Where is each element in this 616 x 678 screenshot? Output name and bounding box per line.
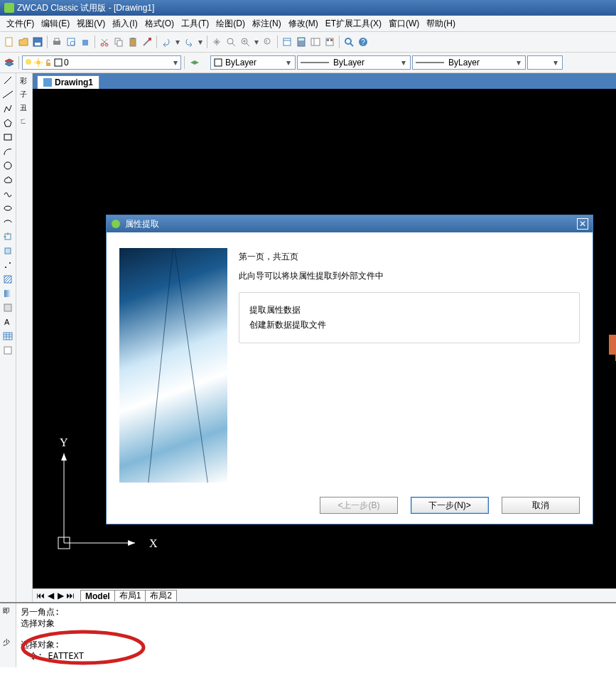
print-icon[interactable] — [50, 36, 63, 48]
layer-manager-icon[interactable] — [3, 56, 16, 69]
save-icon[interactable] — [31, 36, 44, 48]
publish-icon[interactable] — [79, 36, 92, 48]
mtext-icon[interactable]: A — [2, 316, 13, 328]
wizard-option-create: 创建新数据提取文件 — [249, 319, 569, 331]
wipeout-icon[interactable] — [2, 345, 13, 356]
arc-icon[interactable] — [2, 146, 13, 157]
insert-block-icon[interactable] — [2, 231, 13, 242]
command-area: 即 少 另一角点: 选择对象 选择对象: 命令: EATTEXT — [0, 602, 616, 667]
menu-view[interactable]: 视图(V) — [73, 16, 109, 31]
linetype-dropdown-icon[interactable]: ▾ — [400, 58, 407, 68]
modify-icon-3[interactable]: 丑 — [18, 102, 30, 113]
layer-combo[interactable]: 0 ▾ — [22, 55, 181, 70]
find-icon[interactable] — [342, 36, 355, 48]
calc-icon[interactable] — [295, 36, 308, 48]
linetype-combo[interactable]: ByLayer ▾ — [297, 55, 411, 70]
help-icon[interactable]: ? — [357, 36, 369, 48]
redo-dropdown[interactable]: ▾ — [197, 37, 204, 47]
color-combo[interactable]: ByLayer ▾ — [210, 55, 296, 70]
menu-window[interactable]: 窗口(W) — [385, 16, 423, 31]
close-icon[interactable]: ✕ — [577, 218, 588, 230]
svg-text:即: 即 — [3, 607, 10, 615]
svg-line-41 — [4, 77, 11, 84]
tab-prev-icon[interactable]: ◀ — [45, 591, 55, 601]
circle-icon[interactable] — [2, 160, 13, 171]
menu-insert[interactable]: 插入(I) — [109, 16, 141, 31]
properties-icon[interactable] — [281, 36, 293, 48]
zoom-dropdown[interactable]: ▾ — [253, 37, 260, 47]
cancel-button[interactable]: 取消 — [502, 497, 580, 514]
layer-dropdown-icon[interactable]: ▾ — [172, 58, 179, 68]
plotstyle-dropdown-icon[interactable]: ▾ — [552, 58, 559, 68]
redo-icon[interactable] — [183, 36, 195, 48]
menu-modify[interactable]: 修改(M) — [285, 16, 322, 31]
copy-icon[interactable] — [112, 36, 125, 48]
ellipse-icon[interactable] — [2, 203, 13, 214]
menu-edit[interactable]: 编辑(E) — [38, 16, 73, 31]
zoom-rt-icon[interactable] — [225, 36, 237, 48]
modify-icon-4[interactable]: ㄈ — [18, 115, 30, 127]
make-block-icon[interactable] — [2, 245, 13, 257]
design-center-icon[interactable] — [309, 36, 322, 48]
cut-icon[interactable] — [98, 36, 111, 48]
color-dropdown-icon[interactable]: ▾ — [285, 58, 292, 68]
command-line[interactable]: 另一角点: 选择对象 选择对象: 命令: EATTEXT — [16, 603, 616, 667]
next-button[interactable]: 下一步(N)> — [411, 497, 489, 514]
document-tab[interactable]: Drawing1 — [37, 75, 99, 89]
menu-help[interactable]: 帮助(H) — [423, 16, 459, 31]
zoom-win-icon[interactable] — [239, 36, 252, 48]
back-button: <上一步(B) — [320, 497, 398, 514]
lineweight-dropdown-icon[interactable]: ▾ — [515, 58, 522, 68]
tab-layout1[interactable]: 布局1 — [114, 590, 146, 601]
app-title: ZWCAD Classic 试用版 - [Drawing1] — [17, 2, 154, 14]
drawing-canvas[interactable]: Y X 属性提取 ✕ — [33, 89, 616, 588]
pan-icon[interactable] — [210, 36, 223, 48]
wizard-titlebar[interactable]: 属性提取 ✕ — [107, 215, 593, 232]
plotstyle-combo[interactable]: ▾ — [527, 55, 563, 70]
tab-first-icon[interactable]: ⏮ — [36, 591, 45, 601]
paste-icon[interactable] — [126, 36, 139, 48]
wizard-page-label: 第一页，共五页 — [239, 251, 580, 263]
undo-icon[interactable] — [160, 36, 173, 48]
point-icon[interactable] — [2, 259, 13, 271]
svg-rect-7 — [82, 40, 88, 45]
line-icon[interactable] — [2, 75, 13, 86]
hatch-icon[interactable] — [2, 274, 13, 285]
toolbar-standard: ▾ ▾ ▾ ? — [0, 32, 616, 53]
svg-text:少: 少 — [3, 638, 10, 646]
gradient-icon[interactable] — [2, 288, 13, 299]
undo-dropdown[interactable]: ▾ — [174, 37, 181, 47]
menu-tools[interactable]: 工具(T) — [178, 16, 212, 31]
menu-et[interactable]: ET扩展工具(X) — [322, 16, 385, 31]
layer-prev-icon[interactable] — [188, 56, 200, 69]
menu-file[interactable]: 文件(F) — [3, 16, 38, 31]
new-icon[interactable] — [3, 36, 16, 48]
spline-icon[interactable] — [2, 188, 13, 200]
pline-icon[interactable] — [2, 103, 13, 114]
table-icon[interactable] — [2, 330, 13, 342]
match-icon[interactable] — [141, 36, 153, 48]
xline-icon[interactable] — [2, 89, 13, 100]
tab-next-icon[interactable]: ▶ — [55, 591, 65, 601]
preview-icon[interactable] — [65, 36, 77, 48]
svg-rect-54 — [4, 333, 12, 340]
tab-layout2[interactable]: 布局2 — [145, 590, 177, 601]
tool-palette-icon[interactable] — [323, 36, 336, 48]
tab-last-icon[interactable]: ⏭ — [65, 591, 75, 601]
tab-model[interactable]: Model — [80, 590, 115, 601]
region-icon[interactable] — [2, 302, 13, 313]
lineweight-combo[interactable]: ByLayer ▾ — [412, 55, 526, 70]
menu-dimension[interactable]: 标注(N) — [249, 16, 285, 31]
ellipse-arc-icon[interactable] — [2, 217, 13, 228]
modify-icon-1[interactable]: 彩 — [18, 75, 30, 86]
zoom-prev-icon[interactable] — [261, 36, 274, 48]
modify-icon-2[interactable]: 子 — [18, 88, 30, 99]
svg-rect-59 — [4, 347, 11, 354]
open-icon[interactable] — [17, 36, 30, 48]
polygon-icon[interactable] — [2, 117, 13, 129]
menu-format[interactable]: 格式(O) — [141, 16, 178, 31]
menu-draw[interactable]: 绘图(D) — [212, 16, 249, 31]
revcloud-icon[interactable] — [2, 174, 13, 185]
rectangle-icon[interactable] — [2, 131, 13, 143]
cmd-icon-1[interactable]: 即 — [2, 605, 13, 616]
